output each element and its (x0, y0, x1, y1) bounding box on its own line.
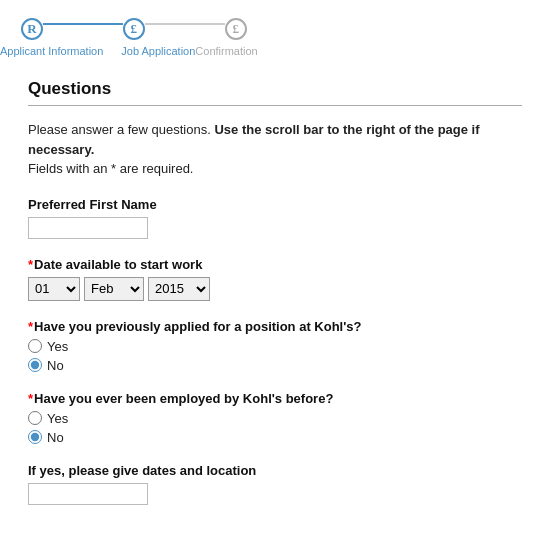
radio-prev-no-label: No (47, 358, 64, 373)
step-1: R £ £ Applicant Information Job Applicat… (20, 18, 248, 59)
date-month-select[interactable]: Jan Feb MarAprMayJun JulAugSepOct NovDec (84, 277, 144, 301)
field-label-dates-location: If yes, please give dates and location (28, 463, 522, 478)
step-line-1 (43, 23, 123, 25)
required-star-prev: * (28, 319, 33, 334)
field-label-preferred-first-name: Preferred First Name (28, 197, 522, 212)
date-row: 01 02030405 06070809 10111213 14151617 1… (28, 277, 522, 301)
field-label-previously-applied: *Have you previously applied for a posit… (28, 319, 522, 334)
step-2-circle: £ (123, 18, 145, 40)
date-year-select[interactable]: 2013 2014 2015 2016 2017 (148, 277, 210, 301)
step-3-label: Confirmation (195, 45, 257, 57)
radio-previously-applied-no[interactable]: No (28, 358, 522, 373)
radio-previously-applied-yes[interactable]: Yes (28, 339, 522, 354)
radio-emp-yes-input[interactable] (28, 411, 42, 425)
section-title: Questions (28, 79, 522, 106)
radio-emp-no-input[interactable] (28, 430, 42, 444)
radio-emp-no-label: No (47, 430, 64, 445)
main-content: Questions Please answer a few questions.… (0, 69, 550, 543)
step-1-circle: R (21, 18, 43, 40)
step-1-label: Applicant Information (0, 45, 103, 57)
instructions-normal: Please answer a few questions. (28, 122, 214, 137)
radio-prev-no-input[interactable] (28, 358, 42, 372)
field-date-available: *Date available to start work 01 0203040… (28, 257, 522, 301)
field-preferred-first-name: Preferred First Name (28, 197, 522, 239)
step-3-circle: £ (225, 18, 247, 40)
field-previously-applied: *Have you previously applied for a posit… (28, 319, 522, 373)
field-label-date-available: *Date available to start work (28, 257, 522, 272)
radio-group-employed-before: Yes No (28, 411, 522, 445)
instructions: Please answer a few questions. Use the s… (28, 120, 522, 179)
radio-employed-yes[interactable]: Yes (28, 411, 522, 426)
radio-employed-no[interactable]: No (28, 430, 522, 445)
instructions-extra: Fields with an * are required. (28, 161, 193, 176)
dates-location-input[interactable] (28, 483, 148, 505)
radio-group-previously-applied: Yes No (28, 339, 522, 373)
radio-emp-yes-label: Yes (47, 411, 68, 426)
preferred-first-name-input[interactable] (28, 217, 148, 239)
required-star-emp: * (28, 391, 33, 406)
step-line-2 (145, 23, 225, 25)
radio-prev-yes-input[interactable] (28, 339, 42, 353)
radio-prev-yes-label: Yes (47, 339, 68, 354)
step-2-label: Job Application (121, 45, 195, 57)
field-employed-before: *Have you ever been employed by Kohl's b… (28, 391, 522, 445)
required-star-date: * (28, 257, 33, 272)
field-label-employed-before: *Have you ever been employed by Kohl's b… (28, 391, 522, 406)
field-dates-location: If yes, please give dates and location (28, 463, 522, 505)
date-day-select[interactable]: 01 02030405 06070809 10111213 14151617 1… (28, 277, 80, 301)
stepper: R £ £ Applicant Information Job Applicat… (0, 0, 550, 69)
